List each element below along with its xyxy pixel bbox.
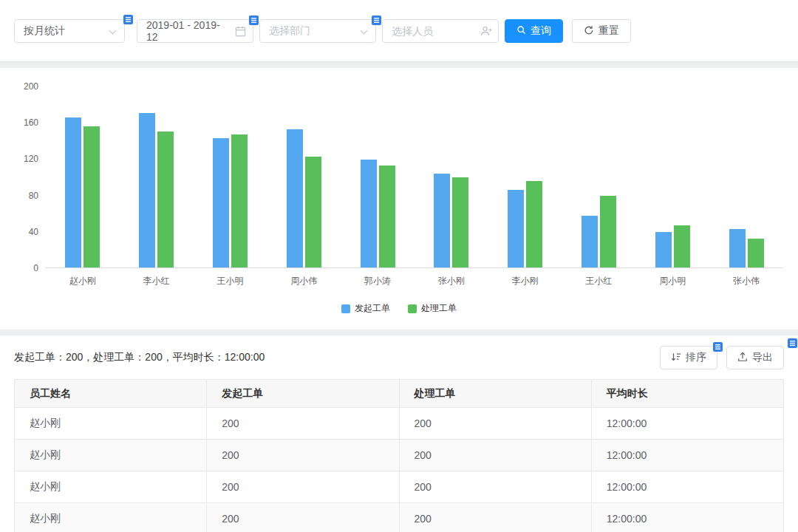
table-cell: 赵小刚 — [15, 503, 207, 532]
x-axis-label: 李小刚 — [488, 275, 562, 287]
bar-发起工单[interactable] — [287, 129, 303, 267]
table-cell: 200 — [399, 440, 591, 471]
menu-badge-icon[interactable] — [713, 342, 723, 352]
results-table-body: 赵小刚20020012:00:00赵小刚20020012:00:00赵小刚200… — [15, 408, 784, 532]
table-cell: 200 — [399, 471, 591, 503]
legend-item[interactable]: 处理工单 — [408, 302, 457, 315]
summary-text: 发起工单：200，处理工单：200，平均时长：12:00:00 — [14, 351, 265, 364]
bar-发起工单[interactable] — [434, 174, 450, 267]
table-row: 赵小刚20020012:00:00 — [15, 503, 784, 532]
table-cell: 200 — [207, 503, 399, 532]
bar-发起工单[interactable] — [361, 160, 377, 267]
bar-group — [139, 113, 174, 267]
table-cell: 赵小刚 — [15, 440, 207, 471]
bar-发起工单[interactable] — [65, 117, 81, 267]
legend-swatch — [341, 304, 350, 313]
legend-label: 处理工单 — [421, 302, 457, 315]
table-cell: 12:00:00 — [591, 503, 783, 532]
bar-发起工单[interactable] — [655, 232, 672, 267]
summary-row: 发起工单：200，处理工单：200，平均时长：12:00:00 排序 导出 — [14, 335, 784, 379]
menu-badge-icon[interactable] — [372, 16, 381, 25]
bar-group — [213, 134, 248, 267]
x-axis-label: 赵小刚 — [46, 275, 120, 287]
chart-panel: 04080120160200 赵小刚李小红王小明周小伟郭小涛张小刚李小刚王小红周… — [0, 68, 798, 330]
filter-bar: 按月统计 2019-01 - 2019-12 选择部门 — [0, 0, 798, 62]
menu-badge-icon[interactable] — [788, 338, 797, 347]
table-cell: 12:00:00 — [591, 440, 783, 471]
bar-处理工单[interactable] — [526, 181, 542, 267]
reset-button[interactable]: 重置 — [572, 19, 631, 43]
table-cell: 200 — [207, 440, 399, 471]
legend-swatch — [408, 304, 417, 313]
x-axis-labels: 赵小刚李小红王小明周小伟郭小涛张小刚李小刚王小红周小明张小伟 — [46, 275, 783, 287]
table-header-cell: 员工姓名 — [15, 380, 207, 408]
query-button[interactable]: 查询 — [505, 19, 563, 43]
y-axis-label: 200 — [15, 81, 38, 92]
bar-group — [65, 117, 100, 267]
results-table: 员工姓名发起工单处理工单平均时长 赵小刚20020012:00:00赵小刚200… — [14, 379, 784, 532]
legend-item[interactable]: 发起工单 — [341, 302, 390, 315]
bar-处理工单[interactable] — [305, 157, 321, 267]
bar-处理工单[interactable] — [231, 134, 248, 267]
x-axis-label: 王小红 — [562, 275, 636, 287]
export-button-label: 导出 — [752, 351, 773, 364]
chart-plot — [46, 86, 783, 268]
table-row: 赵小刚20020012:00:00 — [15, 440, 784, 471]
page: 按月统计 2019-01 - 2019-12 选择部门 — [0, 0, 798, 532]
table-cell: 200 — [399, 503, 591, 532]
chevron-down-icon — [361, 27, 368, 35]
y-axis-label: 80 — [15, 191, 38, 201]
x-axis-label: 王小明 — [194, 275, 267, 287]
x-axis-label: 李小红 — [120, 275, 194, 287]
bar-group — [508, 181, 542, 267]
bar-处理工单[interactable] — [157, 132, 174, 268]
y-axis-label: 40 — [15, 227, 38, 237]
table-row: 赵小刚20020012:00:00 — [15, 408, 784, 440]
table-cell: 200 — [399, 408, 591, 440]
menu-badge-icon[interactable] — [123, 15, 133, 24]
bar-处理工单[interactable] — [452, 177, 468, 267]
bar-发起工单[interactable] — [213, 138, 229, 267]
bar-group — [729, 229, 764, 267]
bar-chart: 04080120160200 赵小刚李小红王小明周小伟郭小涛张小刚李小刚王小红周… — [15, 86, 783, 315]
chevron-down-icon — [109, 27, 117, 35]
table-header-cell: 发起工单 — [207, 380, 399, 408]
stat-type-select[interactable]: 按月统计 — [14, 19, 125, 43]
bar-处理工单[interactable] — [600, 196, 616, 267]
sort-icon — [671, 352, 681, 364]
bar-处理工单[interactable] — [748, 239, 764, 267]
search-icon — [516, 25, 526, 37]
x-axis-label: 张小刚 — [415, 275, 488, 287]
bar-发起工单[interactable] — [139, 113, 155, 267]
export-icon — [737, 352, 748, 364]
query-button-label: 查询 — [531, 24, 551, 38]
menu-badge-icon[interactable] — [249, 16, 259, 25]
department-placeholder: 选择部门 — [269, 24, 310, 38]
chart-legend: 发起工单处理工单 — [15, 302, 783, 315]
bar-group — [582, 196, 616, 267]
calendar-icon — [235, 26, 246, 39]
reset-button-label: 重置 — [598, 24, 619, 38]
table-cell: 赵小刚 — [15, 408, 207, 440]
department-select[interactable]: 选择部门 — [259, 19, 376, 43]
bar-处理工单[interactable] — [674, 225, 690, 267]
results-table-head: 员工姓名发起工单处理工单平均时长 — [15, 380, 784, 408]
x-axis-label: 周小明 — [635, 275, 709, 287]
bar-发起工单[interactable] — [508, 190, 524, 267]
export-button[interactable]: 导出 — [726, 346, 784, 369]
table-header-cell: 处理工单 — [399, 380, 591, 408]
bar-group — [361, 160, 395, 267]
bar-发起工单[interactable] — [729, 229, 746, 267]
sort-button[interactable]: 排序 — [660, 346, 717, 369]
table-cell: 赵小刚 — [15, 471, 207, 503]
y-axis-label: 120 — [15, 154, 38, 164]
bar-处理工单[interactable] — [83, 126, 100, 267]
table-cell: 12:00:00 — [591, 471, 783, 503]
x-axis-label: 张小伟 — [709, 275, 783, 287]
legend-label: 发起工单 — [355, 302, 390, 315]
bar-处理工单[interactable] — [379, 166, 395, 267]
bar-group — [655, 225, 690, 267]
date-range-picker[interactable]: 2019-01 - 2019-12 — [137, 19, 253, 43]
user-plus-icon — [480, 25, 492, 40]
bar-发起工单[interactable] — [582, 216, 598, 267]
